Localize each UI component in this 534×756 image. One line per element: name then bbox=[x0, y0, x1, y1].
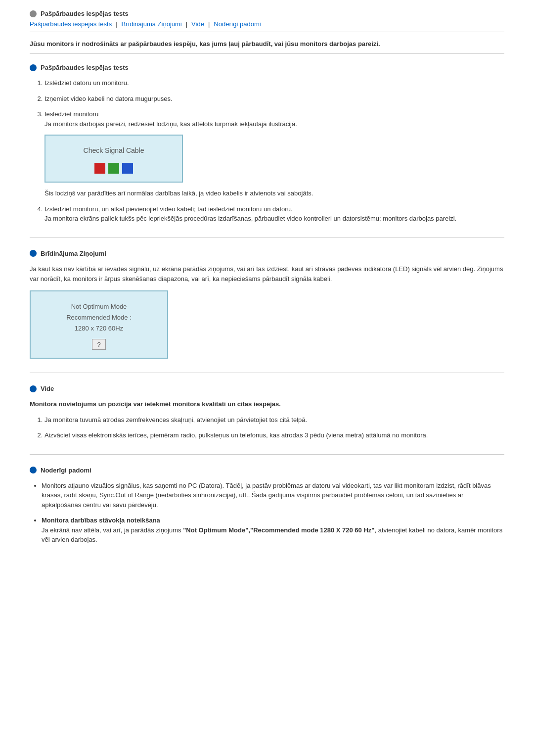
list-item: Ja monitora tuvumā atrodas zemfrekvences… bbox=[44, 415, 504, 425]
intro-text: Jūsu monitors ir nodrošināts ar pašpārba… bbox=[30, 40, 504, 54]
nav-sep-2: | bbox=[186, 20, 187, 28]
section1-title: Pašpārbaudes iespējas tests bbox=[41, 64, 129, 71]
color-square-red bbox=[94, 163, 105, 174]
monitor-illustration-2: Not Optimum Mode Recommended Mode : 1280… bbox=[30, 290, 168, 359]
check-signal-cable-text: Check Signal Cable bbox=[84, 145, 144, 156]
tips-item2-text: Ja ekrānā nav attēla, vai arī, ja parādā… bbox=[42, 526, 502, 544]
list-item: Izņemiet video kabeli no datora mugurpus… bbox=[44, 94, 504, 104]
question-button[interactable]: ? bbox=[92, 339, 106, 350]
header-circle-icon bbox=[30, 10, 37, 17]
list-item: Monitora darbības stāvokļa noteikšana Ja… bbox=[42, 516, 504, 545]
section2-icon bbox=[30, 250, 37, 257]
section-selftest-header: Pašpārbaudes iespējas tests bbox=[30, 64, 504, 71]
nav-bar: Pašpārbaudes iespējas tests | Brīdinājum… bbox=[30, 20, 504, 32]
not-optimum-text: Not Optimum Mode Recommended Mode : 1280… bbox=[66, 301, 132, 334]
nav-link-environment[interactable]: Vide bbox=[191, 20, 204, 28]
nav-link-tips[interactable]: Noderīgi padomi bbox=[214, 20, 261, 28]
list-item: Aizvāciet visas elektroniskās ierīces, p… bbox=[44, 430, 504, 440]
environment-subtitle: Monitora novietojums un pozīcija var iet… bbox=[30, 399, 504, 409]
section3-title: Vide bbox=[41, 385, 54, 392]
section-environment: Vide Monitora novietojums un pozīcija va… bbox=[30, 385, 504, 455]
page-title: Pašpārbaudes iespējas tests bbox=[41, 10, 129, 17]
nav-sep-3: | bbox=[208, 20, 210, 28]
tips-list: Monitors atjauno vizuālos signālus, kas … bbox=[30, 481, 504, 545]
nav-link-selftest[interactable]: Pašpārbaudes iespējas tests bbox=[30, 20, 112, 28]
environment-steps-list: Ja monitora tuvumā atrodas zemfrekvences… bbox=[30, 415, 504, 440]
section-tips-header: Noderīgi padomi bbox=[30, 467, 504, 474]
color-square-blue bbox=[122, 163, 133, 174]
tips-subtitle: Monitora darbības stāvokļa noteikšana bbox=[42, 517, 160, 524]
warnings-body: Ja kaut kas nav kārtībā ar ievades signā… bbox=[30, 264, 504, 285]
illustration1-note: Šis lodziņš var parādīties arī normālas … bbox=[44, 189, 504, 198]
section1-icon bbox=[30, 64, 37, 71]
list-item: Monitors atjauno vizuālos signālus, kas … bbox=[42, 481, 504, 510]
list-item: Izslēdziet datoru un monitoru. bbox=[44, 78, 504, 88]
list-item: Ieslēdziet monitoruJa monitors darbojas … bbox=[44, 109, 504, 198]
section4-icon bbox=[30, 467, 37, 473]
nav-link-warnings[interactable]: Brīdinājuma Ziņojumi bbox=[122, 20, 182, 28]
nav-sep-1: | bbox=[116, 20, 117, 28]
color-squares bbox=[94, 163, 133, 174]
list-item: Izslēdziet monitoru, un atkal pievienoji… bbox=[44, 204, 504, 224]
section-warnings-header: Brīdinājuma Ziņojumi bbox=[30, 250, 504, 257]
monitor-illustration-1: Check Signal Cable bbox=[44, 135, 183, 183]
section-environment-header: Vide bbox=[30, 385, 504, 392]
section2-title: Brīdinājuma Ziņojumi bbox=[41, 250, 106, 257]
section-selftest: Pašpārbaudes iespējas tests Izslēdziet d… bbox=[30, 64, 504, 238]
section-tips: Noderīgi padomi Monitors atjauno vizuālo… bbox=[30, 467, 504, 559]
section-warnings: Brīdinājuma Ziņojumi Ja kaut kas nav kār… bbox=[30, 250, 504, 374]
selftest-steps-list: Izslēdziet datoru un monitoru. Izņemiet … bbox=[30, 78, 504, 224]
color-square-green bbox=[108, 163, 119, 174]
section3-icon bbox=[30, 385, 37, 392]
page-header: Pašpārbaudes iespējas tests bbox=[30, 10, 504, 17]
section4-title: Noderīgi padomi bbox=[41, 467, 91, 474]
